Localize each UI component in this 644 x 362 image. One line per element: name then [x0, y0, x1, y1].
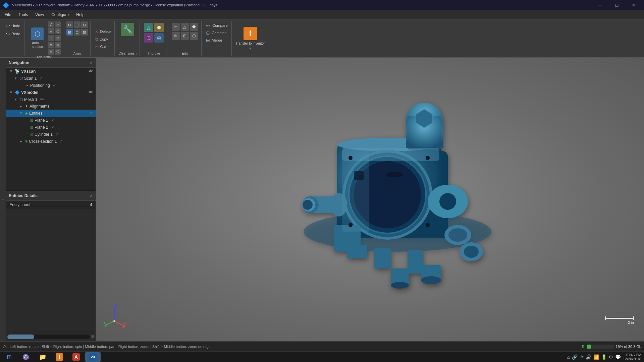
x-axis-label: X: [123, 322, 126, 326]
3d-model: [280, 91, 515, 309]
vxscan-eye-icon[interactable]: 👁: [89, 69, 93, 74]
edit-group: ✕ Delete ⧉ Copy ✂ Cut: [91, 21, 115, 56]
plane1-item[interactable]: ▦ Plane 1 ✓: [6, 117, 96, 124]
svg-point-17: [303, 200, 313, 210]
plane1-node-icon: ▦: [30, 118, 33, 122]
cylinder1-item[interactable]: ◎ Cylinder 1 ✓: [6, 131, 96, 138]
3d-viewport[interactable]: Z X Y 2 in: [96, 58, 644, 341]
auto-surface-button[interactable]: ⬡ Autosurface: [27, 26, 47, 50]
merge-button[interactable]: ⊞ Merge: [204, 37, 229, 44]
alignments-item[interactable]: ▸ ✦ Alignments: [6, 103, 96, 110]
svg-line-45: [105, 321, 114, 325]
add-entity-icon-8: ⊞: [55, 42, 61, 48]
crosssection1-check-icon: ✓: [59, 139, 63, 144]
taskbar-app-chrome[interactable]: [18, 352, 34, 362]
statusbar-hint: Left button: rotate | Shift + Right butt…: [10, 345, 578, 349]
svg-point-26: [448, 228, 467, 242]
mesh1-node-icon: ⬡: [19, 97, 23, 102]
svg-point-28: [464, 246, 479, 258]
sidebar-scrollbar-thumb[interactable]: [7, 335, 34, 339]
menu-view[interactable]: View: [32, 11, 47, 18]
align-icon-group: ⊡ ⊡ ⊡ ⊡ ⊡ ⊡: [66, 21, 88, 36]
clean-mesh-button[interactable]: 🔧: [117, 21, 138, 38]
vxmodel-group[interactable]: ▾ 🔷 VXmodel 👁: [6, 89, 96, 96]
sidebar-horizontal-scrollbar[interactable]: [7, 335, 90, 339]
scan1-item[interactable]: ▾ ⬡ Scan 1 ✓: [6, 75, 96, 82]
positioning-check-icon: ✓: [53, 83, 56, 88]
tray-icon-3: ⟳: [580, 354, 584, 360]
taskbar-app-inventor[interactable]: I: [52, 352, 67, 362]
svg-point-47: [113, 320, 115, 322]
undo-button[interactable]: ↩ Undo: [4, 22, 22, 29]
transfer-to-inventor-button[interactable]: I Transfer to Inventor ▼: [232, 21, 268, 56]
entities-item[interactable]: ▾ ◈ Entities ✓: [6, 110, 96, 117]
taskbar-apps: ⊞ 📁 I A VX: [1, 352, 101, 362]
entities-details-header[interactable]: Entities Details ∧: [6, 191, 96, 201]
svg-point-38: [426, 156, 430, 160]
scale-bar-line: [606, 318, 633, 319]
scale-bar: 2 in: [605, 316, 634, 324]
add-entity-icon-10: ⎔: [55, 49, 61, 55]
combine-button[interactable]: ⊕ Combine: [204, 29, 229, 36]
add-entity-icon-6: ⊡: [55, 35, 61, 41]
taskbar-app-vxelements[interactable]: VX: [85, 352, 101, 362]
crosssection1-item[interactable]: ▸ ⊗ Cross-section 1 ✓: [6, 138, 96, 145]
memory-fill: [587, 345, 591, 349]
tray-icon-5: 📶: [593, 354, 599, 360]
vxmodel-expand-icon: ▾: [9, 90, 13, 95]
minimize-button[interactable]: ─: [592, 0, 608, 10]
tray-icon-1: ⌂: [567, 354, 570, 360]
clean-mesh-icon: 🔧: [121, 23, 134, 36]
undo-icon: ↩: [6, 23, 10, 28]
y-axis-label: Y: [103, 321, 106, 324]
menu-configure[interactable]: Configure: [48, 11, 72, 18]
edit-tools-group: ✂ △ ⬟ ⊕ ⊞ ⬡ Edit: [168, 21, 202, 56]
entities-details-panel: Entities Details ∧ Entity count 4: [6, 191, 96, 209]
plane2-item[interactable]: ▦ Plane 2 ✓: [6, 124, 96, 131]
sidebar-empty-space: [6, 209, 96, 332]
delete-button[interactable]: ✕ Delete: [93, 28, 112, 35]
mesh1-item[interactable]: ▾ ⬡ Mesh 1 👁: [6, 96, 96, 103]
align-label: Align: [73, 52, 81, 55]
cut-button[interactable]: ✂ Cut: [93, 44, 112, 50]
edit-label: Edit: [182, 52, 187, 55]
list-view-icon[interactable]: ≡: [91, 334, 94, 340]
add-entity-icon-4: ⬡: [55, 28, 61, 34]
sidebar-collapse-button[interactable]: ‹: [0, 58, 6, 341]
clean-mesh-label: Clean mesh: [119, 52, 137, 55]
inventor-icon: I: [244, 27, 257, 40]
merge-icon: ⊞: [206, 38, 210, 43]
svg-rect-36: [354, 171, 364, 180]
redo-button[interactable]: ↪ Redo: [4, 30, 22, 38]
app-logo-icon: 🔷: [3, 2, 9, 8]
compare-button[interactable]: ⧟ Compare: [204, 22, 229, 29]
menubar: File Tools View Configure Help: [0, 10, 644, 19]
svg-point-24: [439, 193, 456, 210]
copy-button[interactable]: ⧉ Copy: [93, 36, 112, 43]
scale-label: 2 in: [628, 320, 634, 324]
taskbar-app-explorer[interactable]: 📁: [35, 352, 50, 362]
improve-label: Improve: [148, 52, 160, 55]
vxmodel-eye-icon[interactable]: 👁: [89, 90, 93, 95]
vxscan-group[interactable]: ▾ 📡 VXscan 👁: [6, 68, 96, 75]
entities-details-chevron-icon: ∧: [90, 193, 93, 198]
taskbar-app-autodesk[interactable]: A: [68, 352, 84, 362]
positioning-item[interactable]: → Positioning ✓: [6, 82, 96, 89]
maximize-button[interactable]: □: [609, 0, 625, 10]
svg-point-32: [391, 282, 409, 289]
mesh1-eye-icon[interactable]: 👁: [40, 97, 44, 102]
menu-file[interactable]: File: [1, 11, 14, 18]
compare-combine-merge-group: ⧟ Compare ⊕ Combine ⊞ Merge: [202, 21, 231, 56]
start-button[interactable]: ⊞: [1, 352, 17, 362]
undo-redo-group: ↩ Undo ↪ Redo: [2, 21, 24, 56]
add-entity-icon-3: △: [48, 28, 54, 34]
axis-svg: Z X Y: [103, 304, 126, 328]
menu-tools[interactable]: Tools: [15, 11, 31, 18]
memory-icon: ⬆: [581, 344, 585, 349]
menu-help[interactable]: Help: [73, 11, 88, 18]
close-button[interactable]: ✕: [626, 0, 641, 10]
model-svg: [280, 91, 515, 309]
transfer-dropdown-icon[interactable]: ▼: [249, 47, 252, 50]
navigation-panel-header[interactable]: Navigation ∧: [6, 58, 96, 68]
add-entity-icon-5: ⌇: [48, 35, 54, 41]
